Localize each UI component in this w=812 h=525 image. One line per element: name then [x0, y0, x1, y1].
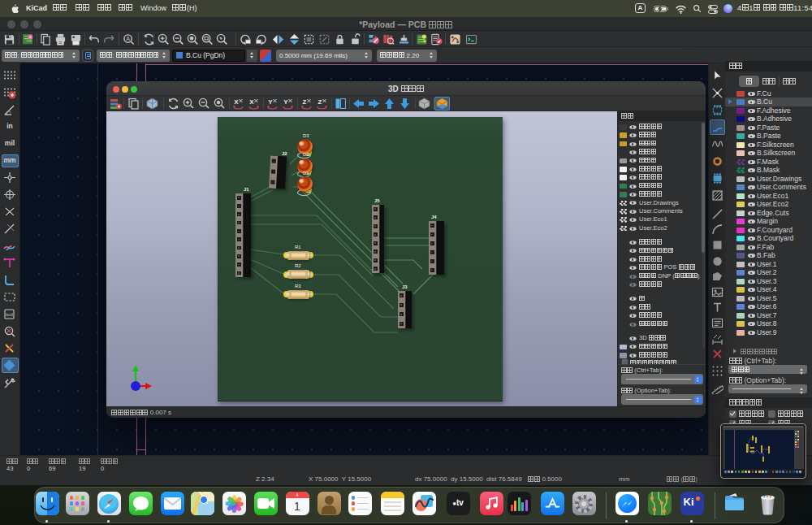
svg-text:kcd: kcd [6, 312, 13, 317]
svg-text:X: X [234, 98, 239, 106]
svg-text:Z: Z [303, 98, 307, 106]
svg-text:A: A [126, 36, 130, 41]
svg-text:Y: Y [283, 98, 288, 106]
svg-text:X: X [249, 98, 254, 106]
svg-text:Y: Y [268, 98, 273, 106]
svg-text:Z: Z [318, 98, 322, 106]
